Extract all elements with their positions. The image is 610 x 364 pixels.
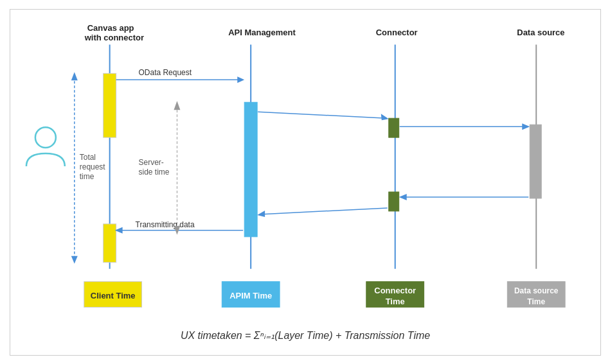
actor-label-apim: API Management	[228, 28, 296, 37]
server-time-arrow-down	[174, 225, 180, 234]
person-head	[35, 127, 55, 148]
arrow-apim-connector-head	[381, 114, 388, 120]
legend-datasource-label2: Time	[527, 297, 545, 306]
activation-apim	[244, 102, 257, 237]
label-transmit: Transmitting data	[135, 220, 194, 229]
legend-client-label: Client Time	[90, 290, 135, 300]
legend-datasource-label1: Data source	[514, 286, 558, 295]
arrow-connector-ds-head	[522, 123, 530, 130]
legend-connector-label2: Time	[385, 296, 404, 306]
actor-label-connector: Connector	[375, 28, 417, 37]
activation-canvas-send	[103, 73, 116, 137]
actor-label-datasource: Data source	[517, 28, 564, 37]
diagram-svg: Canvas app with connector API Management…	[10, 10, 600, 355]
total-time-arrow-down	[71, 256, 77, 263]
arrow-connector-apim	[259, 207, 388, 214]
arrow-connector-apim-head	[257, 210, 265, 216]
server-side-label: Server-	[138, 158, 163, 167]
arrow-odata-head	[237, 76, 244, 83]
diagram-container: Canvas app with connector API Management…	[10, 9, 601, 356]
formula-text: UX timetaken = Σⁿᵢ₌₁(Layer Time) + Trans…	[180, 330, 429, 341]
actor-label-canvas: Canvas app	[87, 22, 134, 32]
arrow-transmit-head	[114, 227, 122, 233]
actor-label-canvas2: with connector	[84, 33, 143, 42]
legend-apim-label: APIM Time	[229, 290, 272, 300]
activation-datasource	[530, 125, 541, 198]
activation-canvas-receive	[103, 223, 116, 262]
arrow-ds-connector-head	[399, 193, 406, 200]
legend-connector-box	[366, 281, 424, 307]
total-request-label: Total	[79, 153, 95, 162]
svg-text:request: request	[79, 162, 105, 171]
label-odata: OData Request	[138, 68, 192, 77]
person-body	[26, 153, 64, 166]
svg-text:side time: side time	[138, 168, 169, 177]
arrow-apim-connector	[258, 112, 387, 118]
legend-datasource-box	[507, 281, 565, 307]
activation-connector-send	[388, 118, 399, 137]
total-time-arrow-up	[71, 72, 77, 80]
legend-apim-box	[222, 281, 280, 307]
svg-text:time: time	[79, 172, 94, 181]
activation-connector-receive	[388, 191, 399, 211]
legend-connector-label1: Connector	[374, 285, 416, 295]
legend-client-box	[84, 281, 141, 307]
server-time-arrow-up	[174, 101, 180, 110]
